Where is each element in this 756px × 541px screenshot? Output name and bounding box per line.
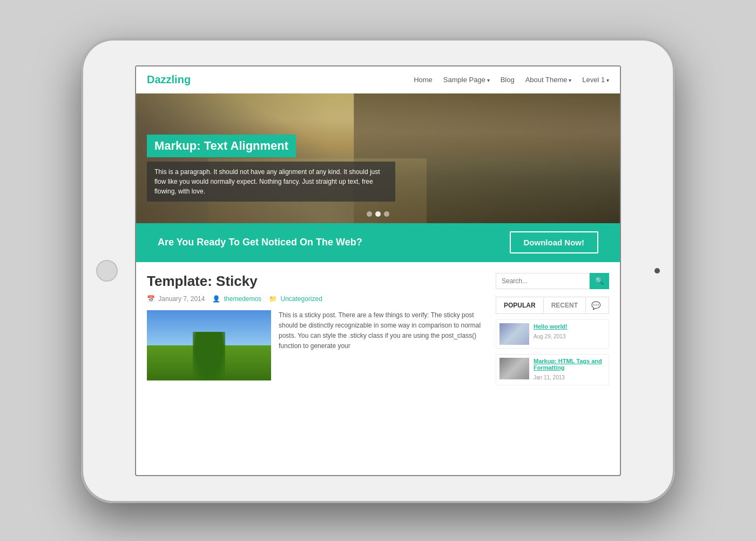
calendar-icon: 📅	[147, 295, 155, 303]
post-category[interactable]: Uncategorized	[280, 295, 322, 303]
sidebar-post-date-1: Aug 29, 2013	[534, 333, 566, 339]
sidebar-post-image-2	[500, 358, 529, 379]
sidebar-post-title-1[interactable]: Hello world!	[534, 323, 568, 330]
nav-link-level1[interactable]: Level 1	[582, 76, 609, 84]
post-meta: 📅 January 7, 2014 👤 themedemos 📁 Uncateg…	[147, 295, 485, 303]
slider-dot-1[interactable]	[367, 211, 372, 217]
nav-link-home[interactable]: Home	[414, 76, 433, 84]
search-icon: 🔍	[595, 277, 604, 285]
post-featured-image	[147, 310, 271, 380]
post-date-item: 📅 January 7, 2014	[147, 295, 205, 303]
screen: Dazzling Home Sample Page Blog About The…	[135, 65, 621, 476]
post-category-item: 📁 Uncategorized	[269, 295, 322, 303]
post-body: This is a sticky post. There are a few t…	[147, 310, 485, 380]
comment-icon[interactable]: 💬	[586, 297, 606, 313]
nav-link-sample[interactable]: Sample Page	[443, 76, 490, 84]
navbar: Dazzling Home Sample Page Blog About The…	[136, 66, 620, 93]
sidebar-post-image-1	[500, 323, 529, 345]
ipad-frame: Dazzling Home Sample Page Blog About The…	[81, 38, 675, 503]
sidebar-posts: Hello world! Aug 29, 2013 Markup: HTML T…	[496, 319, 609, 385]
slider-dot-3[interactable]	[384, 211, 389, 217]
search-input[interactable]	[496, 273, 590, 289]
nav-link-blog[interactable]: Blog	[501, 76, 515, 84]
post-title: Template: Sticky	[147, 273, 485, 290]
download-now-button[interactable]: Download Now!	[510, 231, 599, 253]
hero-slider: Markup: Text Alignment This is a paragra…	[136, 93, 620, 223]
sidebar-post-info-2: Markup: HTML Tags and Formatting Jan 11,…	[534, 358, 605, 382]
nav-menu: Home Sample Page Blog About Theme Level …	[414, 75, 609, 84]
main-content: Template: Sticky 📅 January 7, 2014 👤 the…	[136, 262, 620, 396]
user-icon: 👤	[212, 295, 220, 303]
cta-banner: Are You Ready To Get Noticed On The Web?…	[136, 223, 620, 262]
post-area: Template: Sticky 📅 January 7, 2014 👤 the…	[147, 273, 485, 385]
hero-description-box: This is a paragraph. It should not have …	[147, 162, 395, 202]
post-date: January 7, 2014	[158, 295, 205, 303]
nav-link-about[interactable]: About Theme	[525, 76, 572, 84]
search-box: 🔍	[496, 273, 609, 289]
sidebar: 🔍 POPULAR RECENT 💬 Hello world! Aug 29, …	[496, 273, 609, 385]
post-image-tree	[193, 332, 225, 380]
post-author-item: 👤 themedemos	[212, 295, 261, 303]
hero-content: Markup: Text Alignment This is a paragra…	[147, 135, 395, 202]
hero-description: This is a paragraph. It should not have …	[154, 167, 388, 196]
folder-icon: 📁	[269, 295, 277, 303]
nav-item-level1[interactable]: Level 1	[582, 75, 609, 84]
sidebar-post-date-2: Jan 11, 2013	[534, 375, 565, 380]
hero-title-box: Markup: Text Alignment	[147, 135, 296, 157]
post-author[interactable]: themedemos	[224, 295, 261, 303]
sidebar-post-info-1: Hello world! Aug 29, 2013	[534, 323, 568, 340]
post-excerpt: This is a sticky post. There are a few t…	[279, 310, 485, 380]
slider-dot-2[interactable]	[375, 211, 381, 217]
search-button[interactable]: 🔍	[590, 273, 609, 289]
nav-item-sample[interactable]: Sample Page	[443, 75, 490, 84]
nav-item-blog[interactable]: Blog	[501, 75, 515, 84]
slider-dots	[367, 211, 389, 217]
sidebar-post-title-2[interactable]: Markup: HTML Tags and Formatting	[534, 358, 605, 371]
hero-title: Markup: Text Alignment	[154, 139, 288, 153]
sidebar-post-2: Markup: HTML Tags and Formatting Jan 11,…	[496, 354, 609, 385]
cta-text: Are You Ready To Get Noticed On The Web?	[158, 237, 362, 248]
tab-popular[interactable]: POPULAR	[496, 298, 544, 313]
nav-item-about[interactable]: About Theme	[525, 75, 572, 84]
nav-item-home[interactable]: Home	[414, 75, 433, 84]
tab-recent[interactable]: RECENT	[544, 298, 586, 313]
sidebar-tabs: POPULAR RECENT 💬	[496, 297, 609, 314]
brand-logo[interactable]: Dazzling	[147, 74, 191, 86]
sidebar-post-1: Hello world! Aug 29, 2013	[496, 319, 609, 349]
